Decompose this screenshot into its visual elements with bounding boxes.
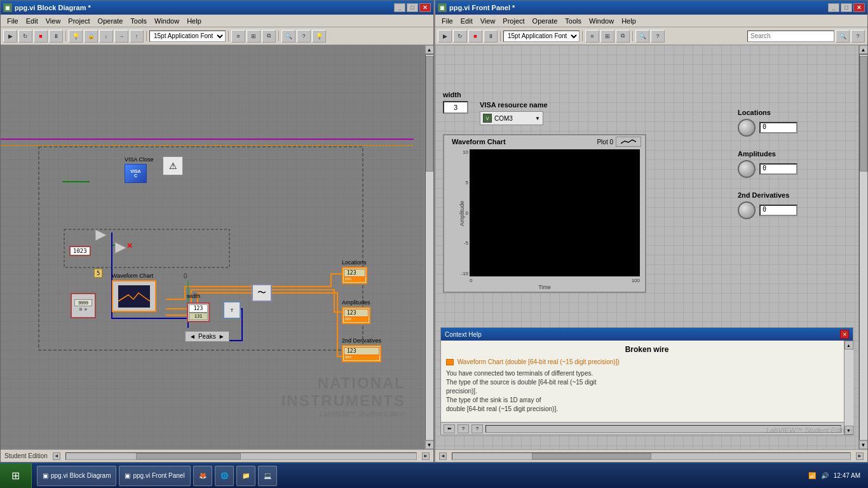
fp-width-control[interactable]: 3 <box>443 101 468 114</box>
menu-edit-bd[interactable]: Edit <box>22 16 42 26</box>
help-btn-fp[interactable]: ? <box>651 30 665 43</box>
menu-operate-fp[interactable]: Operate <box>529 16 562 26</box>
taskbar-item-bd[interactable]: ▣ ppg.vi Block Diagram <box>37 466 116 486</box>
menu-view-bd[interactable]: View <box>42 16 65 26</box>
maximize-button-fp[interactable]: □ <box>841 3 852 12</box>
fp-derivatives-knob[interactable] <box>738 201 756 219</box>
context-help-close-btn[interactable]: ✕ <box>840 330 849 339</box>
menu-operate-bd[interactable]: Operate <box>94 16 127 26</box>
scroll-right-fp[interactable]: ► <box>856 452 864 460</box>
block-diagram-canvas[interactable]: ✕ 0 VISA Close VISAC ⚠ <box>1 45 424 449</box>
ch-back-btn[interactable]: ⬅ <box>444 424 455 433</box>
ch-forward-btn[interactable]: ? <box>458 424 469 433</box>
menu-window-fp[interactable]: Window <box>585 16 618 26</box>
scroll-left-bd[interactable]: ◄ <box>53 452 60 460</box>
minimize-button-fp[interactable]: _ <box>828 3 839 12</box>
fp-locations-knob[interactable] <box>738 119 756 137</box>
close-button-bd[interactable]: ✕ <box>419 3 431 12</box>
ch-help-btn[interactable]: ? <box>471 424 483 433</box>
scroll-track-bd[interactable] <box>425 54 434 440</box>
align-btn-fp[interactable]: ≡ <box>585 30 599 43</box>
menu-help-bd[interactable]: Help <box>183 16 205 26</box>
comparator-icon-1 <box>94 228 108 242</box>
abort-btn[interactable]: ■ <box>34 30 48 43</box>
pause-btn-fp[interactable]: ⏸ <box>484 30 498 43</box>
scroll-up-arrow-fp[interactable]: ▲ <box>859 45 868 54</box>
scroll-down-arrow-bd[interactable]: ▼ <box>425 440 434 449</box>
reorder-btn-fp[interactable]: ⧉ <box>616 30 630 43</box>
fp-plot-btn[interactable] <box>616 137 641 147</box>
search-input-fp[interactable] <box>747 30 834 42</box>
fp-visa-dropdown[interactable]: V COM3 ▼ <box>480 111 543 125</box>
menu-file-fp[interactable]: File <box>438 16 457 26</box>
zoom-btn-fp[interactable]: 🔍 <box>635 30 649 43</box>
run-cont-btn-fp[interactable]: ↻ <box>453 30 467 43</box>
context-help-wfchart: Waveform Chart (double [64-bit real (~15… <box>446 358 848 367</box>
run-cont-btn[interactable]: ↻ <box>18 30 32 43</box>
taskbar-item-extra2[interactable]: 💻 <box>258 466 277 486</box>
taskbar-item-ie[interactable]: 🌐 <box>215 466 234 486</box>
font-select-bd[interactable]: 15pt Application Font <box>149 30 226 42</box>
context-help-scrollbar[interactable]: ▲ ▼ <box>844 341 853 435</box>
fp-locations-value[interactable]: 0 <box>759 122 797 133</box>
menu-help-fp[interactable]: Help <box>618 16 640 26</box>
scroll-right-bd[interactable]: ► <box>422 452 430 460</box>
taskbar-item-extra1[interactable]: 📁 <box>236 466 255 486</box>
help-btn[interactable]: ? <box>297 30 311 43</box>
block-diagram-titlebar[interactable]: ▣ ppg.vi Block Diagram * _ □ ✕ <box>1 1 433 15</box>
minimize-button-bd[interactable]: _ <box>394 3 405 12</box>
menu-file-bd[interactable]: File <box>3 16 22 26</box>
close-button-fp[interactable]: ✕ <box>853 3 865 12</box>
horizontal-scrollbar-fp[interactable] <box>452 452 851 460</box>
run-arrow-btn-fp[interactable]: ▶ <box>438 30 452 43</box>
context-scroll-up[interactable]: ▲ <box>844 341 853 349</box>
window-controls-fp: _ □ ✕ <box>828 3 865 12</box>
retain-btn[interactable]: 🔒 <box>84 30 98 43</box>
front-panel-canvas[interactable]: width 3 VISA resource name V COM3 ▼ Wave… <box>435 45 858 449</box>
bd-vertical-scrollbar[interactable]: ▲ ▼ <box>424 45 433 449</box>
step-in-btn[interactable]: ↓ <box>99 30 113 43</box>
maximize-button-bd[interactable]: □ <box>407 3 418 12</box>
context-help-text5: double [64-bit real (~15 digit precision… <box>446 405 848 414</box>
menu-window-bd[interactable]: Window <box>151 16 183 26</box>
highlight-btn[interactable]: 💡 <box>69 30 83 43</box>
block-diagram-title: ppg.vi Block Diagram * <box>15 4 394 11</box>
menu-tools-bd[interactable]: Tools <box>126 16 151 26</box>
taskbar-network-icon: 📶 <box>808 472 816 479</box>
pause-btn[interactable]: ⏸ <box>49 30 63 43</box>
fp-amplitudes-knob[interactable] <box>738 160 756 178</box>
fp-derivatives-value[interactable]: 0 <box>759 205 797 216</box>
scroll-track-fp[interactable] <box>859 54 868 440</box>
menu-project-fp[interactable]: Project <box>499 16 528 26</box>
menu-view-fp[interactable]: View <box>477 16 499 26</box>
step-out-btn[interactable]: ↑ <box>130 30 144 43</box>
menu-project-bd[interactable]: Project <box>64 16 93 26</box>
scroll-left-fp[interactable]: ◄ <box>439 452 447 460</box>
distribute-btn-fp[interactable]: ⊞ <box>600 30 614 43</box>
menu-edit-fp[interactable]: Edit <box>457 16 477 26</box>
scroll-down-arrow-fp[interactable]: ▼ <box>859 440 868 449</box>
extra-btn-fp[interactable]: ? <box>851 30 865 43</box>
comparator-2 <box>114 241 128 256</box>
step-over-btn[interactable]: → <box>114 30 128 43</box>
font-select-fp[interactable]: 15pt Application Font <box>503 30 580 42</box>
abort-btn-fp[interactable]: ■ <box>468 30 482 43</box>
fp-amplitudes-value[interactable]: 0 <box>759 163 797 175</box>
reorder-btn[interactable]: ⧉ <box>262 30 276 43</box>
context-help-btn[interactable]: 💡 <box>312 30 326 43</box>
start-button[interactable]: ⊞ <box>0 463 32 489</box>
scroll-up-arrow-bd[interactable]: ▲ <box>425 45 434 54</box>
search-btn-fp[interactable]: 🔍 <box>836 30 850 43</box>
context-help-titlebar[interactable]: Context Help ✕ <box>441 328 853 341</box>
peaks-dropdown[interactable]: ◄ Peaks ► <box>185 331 229 342</box>
align-btn[interactable]: ≡ <box>231 30 245 43</box>
taskbar-item-firefox[interactable]: 🦊 <box>193 466 212 486</box>
zoom-btn[interactable]: 🔍 <box>281 30 295 43</box>
run-arrow-btn[interactable]: ▶ <box>3 30 17 43</box>
menu-tools-fp[interactable]: Tools <box>561 16 585 26</box>
distribute-btn[interactable]: ⊞ <box>247 30 261 43</box>
fp-vertical-scrollbar[interactable]: ▲ ▼ <box>858 45 867 449</box>
fp-titlebar[interactable]: ▣ ppg.vi Front Panel * _ □ ✕ <box>435 1 867 15</box>
horizontal-scrollbar-bd[interactable] <box>65 452 417 460</box>
taskbar-item-fp[interactable]: ▣ ppg.vi Front Panel <box>119 466 190 486</box>
